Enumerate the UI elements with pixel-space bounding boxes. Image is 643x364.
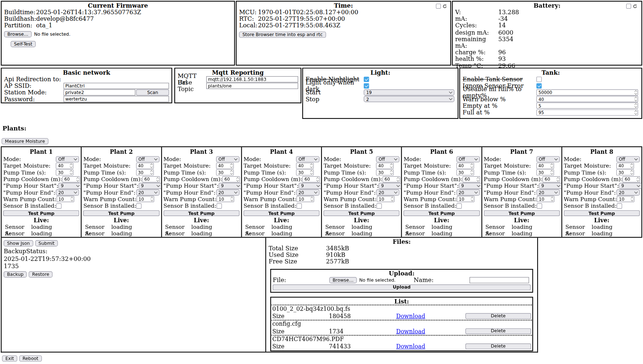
tank-empty-input[interactable]: 5 bbox=[537, 103, 638, 109]
spinner-icon[interactable] bbox=[631, 164, 633, 168]
sensor-b-installed-checkbox[interactable] bbox=[136, 203, 142, 209]
spinner-icon[interactable] bbox=[471, 171, 473, 174]
mode-select[interactable]: Off bbox=[296, 156, 319, 162]
pump-hour-start-select[interactable]: 9 bbox=[619, 183, 642, 189]
pump-hour-start-select[interactable]: 9 bbox=[459, 183, 482, 189]
pump-time-input[interactable]: 30 bbox=[376, 169, 394, 176]
light-stop-select[interactable]: 2 bbox=[364, 96, 455, 102]
spinner-icon[interactable] bbox=[397, 177, 399, 181]
pump-hour-start-select[interactable]: 9 bbox=[299, 183, 322, 189]
target-moisture-input[interactable]: 40 bbox=[216, 163, 234, 169]
spinner-icon[interactable] bbox=[635, 91, 637, 94]
tank-enable-checkbox[interactable] bbox=[537, 77, 542, 82]
refresh-icon[interactable] bbox=[633, 4, 637, 8]
spinner-icon[interactable] bbox=[311, 197, 313, 201]
refresh-icon[interactable] bbox=[443, 4, 447, 8]
pump-cooldown-input[interactable]: 60 bbox=[142, 176, 160, 182]
spinner-icon[interactable] bbox=[551, 197, 553, 201]
pump-cooldown-input[interactable]: 60 bbox=[222, 176, 240, 182]
warn-pump-count-input[interactable]: 10 bbox=[297, 196, 314, 202]
pump-time-input[interactable]: 30 bbox=[296, 169, 313, 176]
warn-pump-count-input[interactable]: 10 bbox=[457, 196, 474, 202]
pump-time-input[interactable]: 30 bbox=[136, 169, 153, 176]
spinner-icon[interactable] bbox=[471, 197, 473, 201]
spinner-icon[interactable] bbox=[231, 197, 233, 201]
mode-select[interactable]: Off bbox=[616, 156, 640, 162]
pump-time-input[interactable]: 30 bbox=[216, 169, 234, 176]
test-pump-button[interactable]: Test Pump bbox=[3, 211, 79, 216]
tank-full-input[interactable]: 95 bbox=[537, 109, 638, 116]
ignore-sensor-error-checkbox[interactable] bbox=[537, 83, 542, 89]
pump-cooldown-input[interactable]: 60 bbox=[542, 176, 560, 182]
sensor-b-installed-checkbox[interactable] bbox=[617, 203, 622, 209]
spinner-icon[interactable] bbox=[390, 164, 393, 168]
test-pump-button[interactable]: Test Pump bbox=[484, 211, 560, 216]
self-test-button[interactable]: Self-Test bbox=[11, 41, 35, 47]
spinner-icon[interactable] bbox=[557, 177, 559, 181]
reboot-button[interactable]: Reboot bbox=[19, 355, 42, 361]
spinner-icon[interactable] bbox=[237, 177, 239, 181]
pump-cooldown-input[interactable]: 60 bbox=[62, 176, 80, 182]
password-input[interactable]: wertertzu bbox=[63, 96, 169, 102]
delete-button[interactable]: Delete bbox=[465, 328, 531, 334]
pump-hour-end-select[interactable]: 20 bbox=[136, 189, 159, 196]
warn-pump-count-input[interactable]: 10 bbox=[617, 196, 634, 202]
pump-time-input[interactable]: 30 bbox=[536, 169, 554, 176]
pump-hour-start-select[interactable]: 9 bbox=[379, 183, 402, 189]
sensor-b-installed-checkbox[interactable] bbox=[217, 203, 222, 209]
spinner-icon[interactable] bbox=[317, 177, 319, 181]
spinner-icon[interactable] bbox=[70, 164, 73, 168]
spinner-icon[interactable] bbox=[551, 164, 553, 168]
mode-select[interactable]: Off bbox=[56, 156, 79, 162]
pump-hour-end-select[interactable]: 20 bbox=[536, 189, 560, 196]
sensor-b-installed-checkbox[interactable] bbox=[377, 203, 382, 209]
light-start-select[interactable]: 19 bbox=[364, 89, 455, 95]
pump-hour-start-select[interactable]: 9 bbox=[58, 183, 82, 189]
spinner-icon[interactable] bbox=[70, 171, 73, 174]
store-browser-time-button[interactable]: Store Browser time into esp and rtc bbox=[239, 31, 326, 38]
warn-pump-count-input[interactable]: 10 bbox=[56, 196, 74, 202]
pump-time-input[interactable]: 30 bbox=[616, 169, 634, 176]
spinner-icon[interactable] bbox=[391, 197, 393, 201]
pump-cooldown-input[interactable]: 60 bbox=[623, 176, 640, 182]
test-pump-button[interactable]: Test Pump bbox=[564, 211, 640, 216]
show-json-button[interactable]: Show Json bbox=[4, 240, 33, 246]
target-moisture-input[interactable]: 40 bbox=[456, 163, 474, 169]
spinner-icon[interactable] bbox=[157, 177, 159, 181]
restore-button[interactable]: Restore bbox=[29, 271, 52, 278]
pump-hour-end-select[interactable]: 20 bbox=[616, 189, 640, 196]
spinner-icon[interactable] bbox=[637, 177, 639, 181]
sensor-b-installed-checkbox[interactable] bbox=[296, 203, 302, 209]
test-pump-button[interactable]: Test Pump bbox=[243, 211, 319, 216]
scan-button[interactable]: Scan bbox=[136, 89, 169, 95]
target-moisture-input[interactable]: 40 bbox=[136, 163, 153, 169]
sensor-b-installed-checkbox[interactable] bbox=[537, 203, 542, 209]
submit-button[interactable]: Submit bbox=[35, 240, 58, 246]
tank-useable-input[interactable]: 50000 bbox=[537, 89, 638, 95]
warn-pump-count-input[interactable]: 10 bbox=[217, 196, 234, 202]
backup-button[interactable]: Backup bbox=[4, 271, 27, 278]
spinner-icon[interactable] bbox=[71, 197, 73, 201]
target-moisture-input[interactable]: 40 bbox=[376, 163, 394, 169]
pump-hour-end-select[interactable]: 20 bbox=[456, 189, 480, 196]
delete-button[interactable]: Delete bbox=[465, 313, 531, 319]
nightlight-checkbox[interactable] bbox=[364, 77, 369, 82]
pump-hour-end-select[interactable]: 20 bbox=[56, 189, 79, 196]
download-link[interactable]: Download bbox=[396, 328, 425, 334]
sensor-b-installed-checkbox[interactable] bbox=[457, 203, 462, 209]
upload-name-input[interactable] bbox=[469, 277, 529, 283]
pump-hour-start-select[interactable]: 9 bbox=[539, 183, 562, 189]
target-moisture-input[interactable]: 40 bbox=[536, 163, 554, 169]
station-mode-input[interactable]: private2 bbox=[63, 89, 135, 95]
pump-hour-end-select[interactable]: 20 bbox=[216, 189, 239, 196]
spinner-icon[interactable] bbox=[150, 171, 152, 174]
target-moisture-input[interactable]: 40 bbox=[296, 163, 313, 169]
spinner-icon[interactable] bbox=[635, 104, 637, 107]
pump-hour-start-select[interactable]: 9 bbox=[139, 183, 162, 189]
spinner-icon[interactable] bbox=[477, 177, 479, 181]
time-auto-refresh-checkbox[interactable] bbox=[436, 4, 441, 9]
pump-time-input[interactable]: 30 bbox=[56, 169, 73, 176]
spinner-icon[interactable] bbox=[390, 171, 393, 174]
delete-button[interactable]: Delete bbox=[465, 343, 531, 349]
mode-select[interactable]: Off bbox=[216, 156, 239, 162]
